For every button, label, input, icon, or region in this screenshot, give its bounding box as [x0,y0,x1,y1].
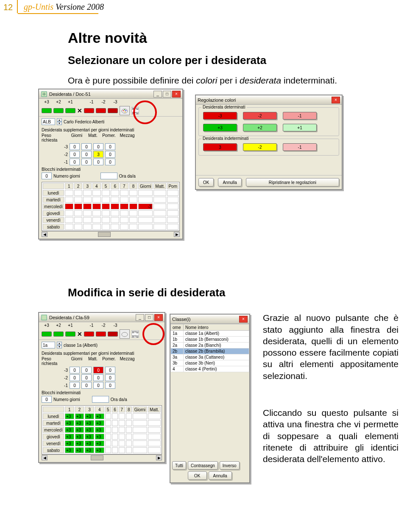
copy-tool-icon[interactable]: x+ux+u [131,330,139,338]
day-grid[interactable]: 1 2 3 4 5 6 7 8 Giorni Matt. [42,405,162,454]
teacher-code-input[interactable] [42,118,55,125]
row-label: -3 [42,145,68,149]
pri-label: -3 [110,323,120,328]
numgiorni-label: Numero giorni [53,174,80,178]
all-button[interactable]: Tutti [172,461,186,470]
color-palette-button[interactable] [120,329,130,339]
cell-input[interactable] [93,382,103,389]
list-item[interactable]: 1aclasse 1a (Alberti) [171,331,249,337]
color-chip-minus2[interactable]: -2 [243,112,277,120]
list-item[interactable]: 2bclasse 2b (Brambilla) [171,348,249,354]
ok-button[interactable]: OK [198,178,214,187]
priority-plus1-button[interactable] [65,331,75,337]
cell-input[interactable] [70,367,80,373]
class-code-input[interactable] [42,342,55,348]
cell-input[interactable] [70,382,80,389]
col: Giorni [133,407,147,412]
cell-input[interactable] [81,382,92,389]
cell-input[interactable] [105,143,115,150]
cell-input[interactable] [105,159,115,165]
color-palette-button[interactable] [120,106,130,115]
cell-input[interactable] [93,143,103,150]
window-title: Regolazione colori [198,97,236,103]
color-chip-plus3[interactable]: +3 [203,124,237,131]
color-chip-ind3[interactable]: 3 [203,143,237,151]
cell-input[interactable] [93,159,103,165]
color-chip-minus1[interactable]: -1 [283,112,317,120]
cell-input[interactable] [105,151,115,158]
window-color-settings: Regolazione colori × Desiderata determin… [195,95,343,190]
priority-minus2-button[interactable] [96,331,106,337]
priority-plus1-button[interactable] [65,108,75,113]
cell-input[interactable] [81,367,92,373]
maximize-button[interactable]: □ [145,314,153,321]
cell-input[interactable] [93,151,103,158]
priority-plus2-button[interactable] [53,108,64,113]
minimize-button[interactable]: _ [153,91,162,97]
cell-input[interactable] [81,159,92,165]
scrollbar[interactable]: ◀▶ [42,231,180,237]
cell-input[interactable] [70,374,80,381]
close-button[interactable]: × [332,97,340,103]
col: 6 [111,183,119,189]
col-pomer: Pomer. [102,133,116,142]
list-item[interactable]: 3aclasse 3a (Cattaneo) [171,354,249,360]
numgiorni-input[interactable] [42,173,52,179]
close-button[interactable]: × [172,91,181,97]
cell-input[interactable] [93,374,103,381]
minimize-button[interactable]: _ [136,314,144,321]
cell-input[interactable] [93,367,103,373]
color-chip-ind1[interactable]: -1 [283,143,317,151]
priority-minus1-button[interactable] [84,108,94,113]
toolbar: ✕ x+ux+u [39,104,182,117]
ok-button[interactable]: OK [188,471,206,480]
close-button[interactable]: × [154,314,163,321]
invert-button[interactable]: Inverso [220,461,240,470]
cell-input[interactable] [70,159,80,165]
color-chip-minus3[interactable]: -3 [203,112,237,120]
day-grid[interactable]: 1 2 3 4 5 6 7 8 Giorni Matt. Pom lunedì … [42,182,180,231]
list-item[interactable]: 2aclasse 2a (Bianchi) [171,343,249,348]
numgiorni-input[interactable] [42,396,52,403]
spinner[interactable]: ▲▼ [57,342,62,348]
list-item[interactable]: 1bclasse 1b (Bernasconi) [171,337,249,343]
priority-minus2-button[interactable] [96,108,106,113]
scrollbar[interactable]: ◀▶ [42,454,162,460]
priority-minus1-button[interactable] [84,331,94,337]
color-chip-plus1[interactable]: +1 [283,124,317,131]
oradaa-input[interactable] [100,173,117,179]
cell-input[interactable] [81,143,92,150]
copy-tool-icon[interactable]: x+ux+u [131,107,139,114]
cell-input[interactable] [105,382,115,389]
cell-input[interactable] [70,151,80,158]
priority-plus3-button[interactable] [42,331,52,337]
priority-plus2-button[interactable] [53,331,64,337]
class-list-table[interactable]: omeNome intero 1aclasse 1a (Alberti) 1bc… [170,324,249,372]
clear-icon[interactable]: ✕ [77,107,82,114]
reset-button[interactable]: Ripristinare le regolazioni [246,178,339,187]
titlebar[interactable]: Desiderata / Doc-51 _ □ × [39,89,182,99]
priority-minus3-button[interactable] [108,331,118,337]
cell-input[interactable] [105,367,115,373]
color-chip-plus2[interactable]: +2 [243,124,277,131]
list-item[interactable]: 3bclasse 3b (Neri) [171,360,249,366]
header-rest: Versione 2008 [53,2,104,11]
cell-input[interactable] [105,374,115,381]
window-title: Desiderata / Cla-59 [49,315,89,320]
spinner[interactable]: ▲▼ [57,118,62,125]
mark-button[interactable]: Contrassegn [188,461,218,470]
clear-icon[interactable]: ✕ [77,331,82,337]
priority-plus3-button[interactable] [42,108,52,113]
close-button[interactable]: × [239,316,248,323]
cell-input[interactable] [70,143,80,150]
cancel-button[interactable]: Annulla [218,178,241,187]
cancel-button[interactable]: Annulla [209,471,232,480]
priority-minus3-button[interactable] [108,108,118,113]
color-chip-ind2[interactable]: -2 [243,143,277,151]
cell-input[interactable] [81,374,92,381]
cell-input[interactable] [81,151,92,158]
svg-point-4 [125,110,126,111]
maximize-button[interactable]: □ [163,91,171,97]
oradaa-input[interactable] [92,396,109,403]
list-item[interactable]: 4classe 4 (Pertini) [171,366,249,372]
